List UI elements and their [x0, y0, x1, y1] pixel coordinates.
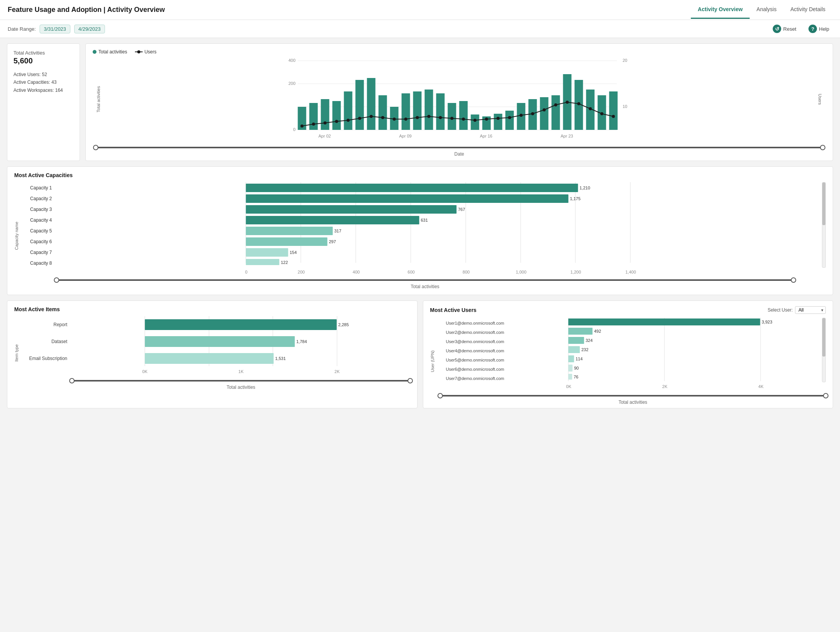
users-scrollbar[interactable]: [822, 318, 826, 382]
items-chart-svg: 2,285 1,784 1,531: [72, 316, 410, 366]
capacity-slider-right[interactable]: [791, 277, 796, 283]
legend-dot-total: [93, 50, 96, 54]
svg-text:2K: 2K: [334, 369, 340, 374]
capacity-x-axis-label: Total activities: [57, 284, 793, 289]
svg-text:767: 767: [458, 207, 465, 212]
svg-text:600: 600: [408, 270, 414, 274]
activity-y-axis-label: Total activities: [96, 86, 101, 112]
svg-text:Apr 02: Apr 02: [318, 134, 331, 138]
svg-text:3,923: 3,923: [762, 320, 772, 324]
svg-text:10: 10: [623, 104, 627, 109]
svg-point-59: [554, 103, 557, 106]
reset-button[interactable]: ↺ Reset: [770, 23, 799, 35]
capacity-label-7: Capacity 7: [24, 248, 55, 257]
svg-rect-89: [246, 248, 288, 257]
svg-text:200: 200: [288, 81, 295, 86]
users-slider[interactable]: Total activities: [440, 391, 826, 405]
summary-card: Total Activities 5,600 Active Users: 52 …: [7, 43, 80, 161]
items-slider-left[interactable]: [69, 378, 75, 383]
chart-legend: Total activities Users: [93, 49, 826, 55]
activity-slider[interactable]: Date: [93, 143, 826, 158]
help-button[interactable]: ? Help: [805, 23, 832, 35]
select-user-label: Select User:: [768, 307, 793, 313]
active-workspaces-value: 164: [55, 88, 63, 93]
svg-text:317: 317: [334, 229, 341, 233]
active-users-label: Active Users:: [13, 72, 41, 77]
date-start[interactable]: 3/31/2023: [40, 25, 70, 33]
tab-activity-details[interactable]: Activity Details: [783, 1, 832, 19]
date-range-label: Date Range:: [8, 26, 36, 32]
user-label-3: User3@demo.onmicrosoft.com: [440, 338, 507, 345]
reset-icon: ↺: [773, 25, 781, 33]
capacity-scrollbar[interactable]: [822, 182, 826, 268]
svg-text:1,175: 1,175: [570, 196, 581, 201]
svg-text:2,285: 2,285: [338, 322, 349, 327]
svg-text:400: 400: [353, 270, 359, 274]
svg-text:4K: 4K: [758, 384, 763, 389]
svg-point-38: [312, 123, 315, 126]
capacity-chart-title: Most Active Capacities: [14, 172, 826, 178]
svg-rect-26: [494, 114, 502, 130]
svg-text:20: 20: [623, 58, 627, 63]
total-activities-value: 5,600: [13, 56, 73, 65]
users-x-axis-label: Total activities: [440, 400, 826, 405]
svg-text:0K: 0K: [566, 384, 571, 389]
svg-text:492: 492: [594, 329, 601, 333]
y-axis-right: Users: [814, 57, 826, 141]
svg-point-47: [416, 116, 419, 119]
date-end[interactable]: 4/29/2023: [74, 25, 105, 33]
svg-point-58: [543, 108, 546, 111]
capacity-slider-left[interactable]: [54, 277, 59, 283]
active-capacities-value: 43: [52, 80, 57, 85]
users-card-header: Most Active Users Select User: All ▾: [430, 306, 826, 314]
slider-thumb-right[interactable]: [820, 145, 825, 150]
svg-point-51: [462, 118, 465, 121]
svg-rect-14: [356, 80, 364, 130]
select-user-wrapper[interactable]: All ▾: [795, 306, 826, 314]
svg-rect-24: [471, 114, 479, 130]
select-user-area: Select User: All ▾: [768, 306, 826, 314]
slider-thumb-left[interactable]: [93, 145, 98, 150]
summary-stats: Active Users: 52 Active Capacities: 43 A…: [13, 71, 73, 94]
svg-rect-36: [609, 91, 618, 130]
tab-activity-overview[interactable]: Activity Overview: [691, 1, 750, 19]
svg-point-39: [324, 121, 327, 124]
legend-users: Users: [135, 49, 156, 55]
tab-analysis[interactable]: Analysis: [750, 1, 783, 19]
svg-point-56: [520, 114, 523, 117]
svg-point-54: [497, 117, 500, 120]
svg-rect-81: [246, 205, 457, 214]
items-chart-title: Most Active Items: [14, 306, 410, 312]
svg-point-46: [404, 118, 408, 121]
active-capacities-stat: Active Capacities: 43: [13, 78, 73, 86]
items-slider[interactable]: Total activities: [24, 376, 410, 390]
svg-rect-105: [145, 319, 337, 330]
items-slider-right[interactable]: [408, 378, 413, 383]
total-activities-label: Total Activities: [13, 50, 73, 56]
user-label-7: User7@demo.onmicrosoft.com: [440, 375, 507, 382]
svg-point-37: [301, 124, 304, 128]
capacity-chart-svg: 1,210 1,175 767 631 317: [57, 182, 820, 267]
users-slider-left[interactable]: [437, 393, 443, 398]
capacity-bars-area: Capacity 1 Capacity 2 Capacity 3 Capacit…: [24, 182, 826, 268]
legend-total-label: Total activities: [98, 49, 127, 55]
svg-rect-13: [344, 91, 353, 130]
svg-rect-79: [246, 194, 569, 203]
toolbar-right: ↺ Reset ? Help: [770, 23, 832, 35]
capacity-slider[interactable]: Total activities: [24, 275, 826, 289]
svg-rect-22: [448, 103, 456, 130]
users-y-axis-label: User (UPN): [430, 350, 435, 372]
svg-rect-121: [568, 337, 584, 344]
app-title: Feature Usage and Adoption | Activity Ov…: [8, 6, 165, 14]
svg-point-41: [347, 119, 350, 122]
top-row: Total Activities 5,600 Active Users: 52 …: [7, 43, 833, 161]
select-user-dropdown[interactable]: All: [795, 306, 826, 314]
user-label-1: User1@demo.onmicrosoft.com: [440, 319, 507, 327]
svg-text:1K: 1K: [238, 369, 244, 374]
svg-point-63: [600, 112, 604, 115]
users-slider-right[interactable]: [823, 393, 828, 398]
users-y-labels: User1@demo.onmicrosoft.com User2@demo.on…: [440, 318, 507, 382]
activity-chart-card: Total activities Users Total activities: [85, 43, 833, 161]
svg-text:122: 122: [281, 260, 288, 265]
user-label-4: User4@demo.onmicrosoft.com: [440, 347, 507, 355]
